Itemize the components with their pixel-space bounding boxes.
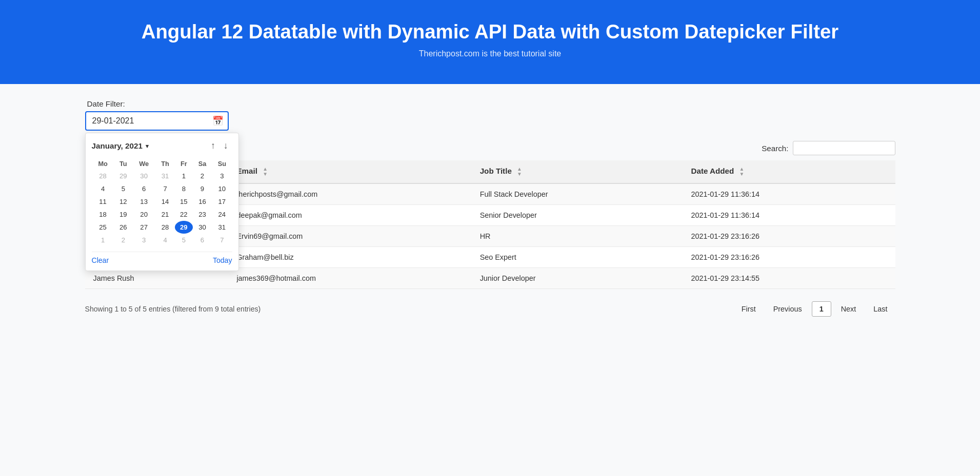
calendar-day-cell[interactable]: 5: [175, 234, 193, 246]
col-date-added[interactable]: Date Added ▲ ▼: [683, 160, 895, 183]
calendar-week-row: 11121314151617: [92, 195, 232, 208]
calendar-month-label: January, 2021 ▼: [92, 141, 207, 150]
cal-next-btn[interactable]: ↓: [219, 139, 232, 153]
calendar-day-cell[interactable]: 3: [132, 234, 155, 246]
calendar-week-row: 28293031123: [92, 170, 232, 182]
calendar-body: 2829303112345678910111213141516171819202…: [92, 170, 232, 246]
cell-email: Graham@bell.biz: [228, 246, 471, 267]
calendar-day-cell[interactable]: 10: [212, 182, 232, 195]
calendar-day-cell[interactable]: 9: [193, 182, 212, 195]
cell-date_added: 2021-01-29 11:36:14: [683, 183, 895, 205]
cell-job_title: Junior Developer: [472, 267, 683, 288]
calendar-week-row: 18192021222324: [92, 208, 232, 221]
page-title: Angular 12 Datatable with Dynamic API Da…: [10, 20, 970, 43]
col-job-title-label: Job Title: [480, 167, 512, 175]
calendar-day-cell[interactable]: 13: [132, 195, 155, 208]
cal-header-fr: Fr: [175, 158, 193, 170]
jobtitle-sort-icons: ▲ ▼: [517, 167, 522, 177]
calendar-day-cell[interactable]: 1: [92, 234, 114, 246]
email-sort-down-icon: ▼: [263, 172, 268, 177]
page-1-button[interactable]: 1: [812, 301, 831, 317]
calendar-day-cell[interactable]: 23: [193, 208, 212, 221]
cell-date_added: 2021-01-29 23:14:55: [683, 267, 895, 288]
calendar-day-cell[interactable]: 11: [92, 195, 114, 208]
calendar-grid: Mo Tu We Th Fr Sa Su 2829303112345678910…: [92, 158, 232, 246]
next-button[interactable]: Next: [833, 301, 864, 317]
main-content: Date Filter: 📅 January, 2021 ▼ ↑ ↓: [54, 84, 926, 332]
filter-area: Date Filter: 📅 January, 2021 ▼ ↑ ↓: [85, 99, 895, 131]
previous-button[interactable]: Previous: [766, 301, 810, 317]
jobtitle-sort-down-icon: ▼: [517, 172, 522, 177]
clear-button[interactable]: Clear: [92, 256, 109, 264]
search-input[interactable]: [793, 141, 895, 155]
cal-header-mo: Mo: [92, 158, 114, 170]
calendar-day-cell[interactable]: 6: [193, 234, 212, 246]
first-button[interactable]: First: [734, 301, 764, 317]
calendar-day-cell[interactable]: 24: [212, 208, 232, 221]
today-button[interactable]: Today: [213, 256, 232, 264]
col-job-title[interactable]: Job Title ▲ ▼: [472, 160, 683, 183]
calendar-day-cell[interactable]: 7: [212, 234, 232, 246]
cal-header-su: Su: [212, 158, 232, 170]
calendar-day-cell[interactable]: 1: [175, 170, 193, 182]
last-button[interactable]: Last: [866, 301, 895, 317]
email-sort-icons: ▲ ▼: [263, 167, 268, 177]
calendar-day-cell[interactable]: 28: [155, 221, 174, 234]
date-sort-icons: ▲ ▼: [739, 167, 745, 177]
calendar-day-cell[interactable]: 19: [114, 208, 132, 221]
calendar-day-cell[interactable]: 2: [114, 234, 132, 246]
calendar-day-cell[interactable]: 14: [155, 195, 174, 208]
calendar-dropdown: January, 2021 ▼ ↑ ↓ Mo Tu We Th Fr: [85, 133, 239, 271]
cal-prev-btn[interactable]: ↑: [207, 139, 219, 153]
calendar-day-cell[interactable]: 31: [155, 170, 174, 182]
date-input-wrapper: 📅 January, 2021 ▼ ↑ ↓ Mo Tu: [85, 111, 229, 131]
calendar-day-cell[interactable]: 31: [212, 221, 232, 234]
search-label: Search:: [762, 144, 788, 153]
calendar-day-cell[interactable]: 6: [132, 182, 155, 195]
calendar-day-cell[interactable]: 25: [92, 221, 114, 234]
calendar-week-row: 45678910: [92, 182, 232, 195]
calendar-day-cell[interactable]: 21: [155, 208, 174, 221]
col-email-label: Email: [236, 167, 257, 175]
calendar-week-row: 25262728293031: [92, 221, 232, 234]
calendar-day-cell[interactable]: 15: [175, 195, 193, 208]
cell-email: Ervin69@gmail.com: [228, 225, 471, 246]
pagination: First Previous 1 Next Last: [734, 301, 895, 317]
calendar-day-cell[interactable]: 26: [114, 221, 132, 234]
cell-job_title: HR: [472, 225, 683, 246]
chevron-down-icon: ▼: [145, 143, 150, 149]
col-date-added-label: Date Added: [691, 167, 734, 175]
calendar-day-headers: Mo Tu We Th Fr Sa Su: [92, 158, 232, 170]
calendar-day-cell[interactable]: 28: [92, 170, 114, 182]
cal-header-sa: Sa: [193, 158, 212, 170]
cell-date_added: 2021-01-29 23:16:26: [683, 225, 895, 246]
calendar-day-cell[interactable]: 8: [175, 182, 193, 195]
calendar-day-cell[interactable]: 12: [114, 195, 132, 208]
col-email[interactable]: Email ▲ ▼: [228, 160, 471, 183]
table-footer: Showing 1 to 5 of 5 entries (filtered fr…: [85, 297, 895, 317]
calendar-day-cell[interactable]: 27: [132, 221, 155, 234]
calendar-day-cell[interactable]: 4: [92, 182, 114, 195]
cell-email: deepak@gmail.com: [228, 204, 471, 225]
cal-header-we: We: [132, 158, 155, 170]
page-header: Angular 12 Datatable with Dynamic API Da…: [0, 0, 980, 84]
calendar-day-cell[interactable]: 22: [175, 208, 193, 221]
calendar-day-cell[interactable]: 16: [193, 195, 212, 208]
calendar-day-cell[interactable]: 18: [92, 208, 114, 221]
cell-date_added: 2021-01-29 23:16:26: [683, 246, 895, 267]
calendar-day-cell[interactable]: 7: [155, 182, 174, 195]
calendar-day-cell[interactable]: 3: [212, 170, 232, 182]
calendar-day-cell[interactable]: 20: [132, 208, 155, 221]
cal-header-th: Th: [155, 158, 174, 170]
cell-email: james369@hotmail.com: [228, 267, 471, 288]
calendar-day-cell[interactable]: 30: [132, 170, 155, 182]
calendar-day-cell[interactable]: 29: [114, 170, 132, 182]
calendar-day-cell[interactable]: 2: [193, 170, 212, 182]
calendar-day-cell[interactable]: 5: [114, 182, 132, 195]
month-year-text: January, 2021: [92, 141, 143, 150]
date-input[interactable]: [85, 111, 229, 131]
calendar-day-cell[interactable]: 17: [212, 195, 232, 208]
calendar-day-cell[interactable]: 29: [175, 221, 193, 234]
calendar-day-cell[interactable]: 30: [193, 221, 212, 234]
calendar-day-cell[interactable]: 4: [155, 234, 174, 246]
